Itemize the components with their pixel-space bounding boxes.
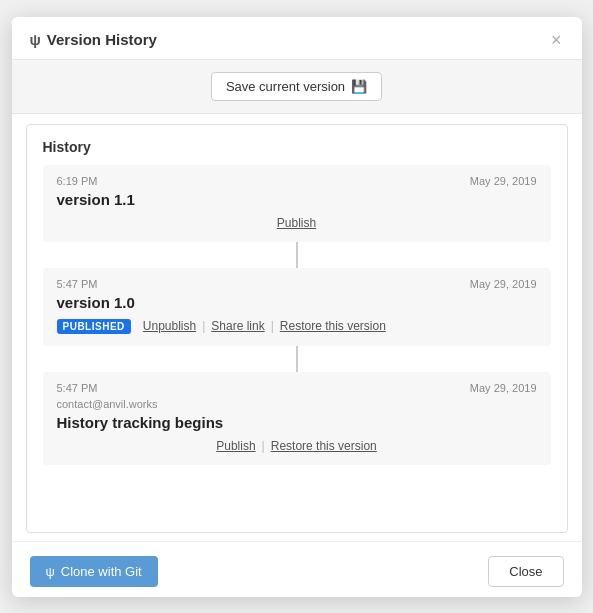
published-badge: PUBLISHED (57, 319, 131, 334)
version-time-2: 5:47 PM (57, 278, 98, 290)
connector-1 (43, 242, 551, 268)
restore-link-3[interactable]: Restore this version (265, 439, 383, 453)
connector-line-1 (296, 242, 298, 268)
version-date-3: May 29, 2019 (470, 382, 537, 394)
save-version-label: Save current version (226, 79, 345, 94)
clone-git-icon: ψ (46, 564, 55, 579)
footer-close-button[interactable]: Close (488, 556, 563, 587)
share-link[interactable]: Share link (205, 319, 270, 333)
modal-close-button[interactable]: × (549, 31, 564, 49)
modal-footer: ψ Clone with Git Close (12, 541, 582, 597)
save-icon: 💾 (351, 79, 367, 94)
version-name-3: History tracking begins (57, 414, 537, 431)
modal-title: ψ Version History (30, 31, 157, 48)
version-time-1: 6:19 PM (57, 175, 98, 187)
restore-link-2[interactable]: Restore this version (274, 319, 392, 333)
version-actions-2: PUBLISHED Unpublish | Share link | Resto… (57, 319, 537, 334)
version-date-2: May 29, 2019 (470, 278, 537, 290)
modal-body: History 6:19 PM May 29, 2019 version 1.1… (26, 124, 568, 533)
modal-toolbar: Save current version 💾 (12, 59, 582, 114)
version-card-2: 5:47 PM May 29, 2019 version 1.0 PUBLISH… (43, 268, 551, 346)
version-meta-3: 5:47 PM May 29, 2019 (57, 382, 537, 394)
clone-button-label: Clone with Git (61, 564, 142, 579)
history-title: History (43, 125, 551, 165)
version-time-3: 5:47 PM (57, 382, 98, 394)
modal-header: ψ Version History × (12, 17, 582, 59)
save-version-button[interactable]: Save current version 💾 (211, 72, 382, 101)
version-meta-1: 6:19 PM May 29, 2019 (57, 175, 537, 187)
modal-title-text: Version History (47, 31, 157, 48)
version-author-3: contact@anvil.works (57, 398, 537, 410)
publish-link-3[interactable]: Publish (210, 439, 261, 453)
version-history-modal: ψ Version History × Save current version… (12, 17, 582, 597)
git-branch-icon: ψ (30, 31, 41, 48)
version-meta-2: 5:47 PM May 29, 2019 (57, 278, 537, 290)
version-card-1: 6:19 PM May 29, 2019 version 1.1 Publish (43, 165, 551, 242)
version-name-2: version 1.0 (57, 294, 537, 311)
connector-line-2 (296, 346, 298, 372)
version-card-3: 5:47 PM May 29, 2019 contact@anvil.works… (43, 372, 551, 465)
connector-2 (43, 346, 551, 372)
clone-with-git-button[interactable]: ψ Clone with Git (30, 556, 158, 587)
unpublish-link[interactable]: Unpublish (137, 319, 202, 333)
version-date-1: May 29, 2019 (470, 175, 537, 187)
version-actions-1: Publish (57, 216, 537, 230)
publish-link-1[interactable]: Publish (271, 216, 322, 230)
version-name-1: version 1.1 (57, 191, 537, 208)
version-actions-3: Publish | Restore this version (57, 439, 537, 453)
